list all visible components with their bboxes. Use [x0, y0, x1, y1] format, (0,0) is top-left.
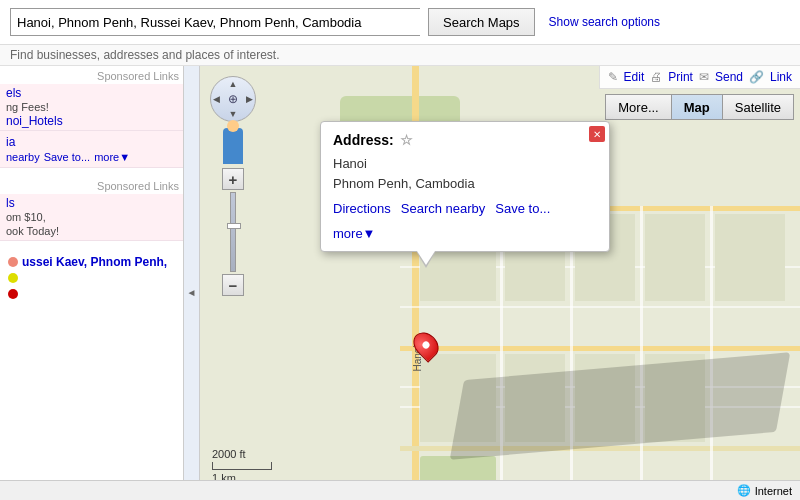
dot-red	[8, 289, 18, 299]
ad2-nearby-link[interactable]: nearby	[6, 151, 40, 163]
info-popup: ✕ Address: ☆ Hanoi Phnom Penh, Cambodia …	[320, 121, 610, 252]
scale-ft-label: 2000 ft	[212, 448, 272, 460]
pan-left-arrow[interactable]: ◀	[213, 94, 220, 104]
popup-tail-inner	[417, 251, 435, 265]
zoom-track[interactable]	[230, 192, 236, 272]
sidebar: ◄ Sponsored Links els ng Fees! noi_Hotel…	[0, 66, 200, 500]
ad2-title-link[interactable]: ia	[6, 135, 15, 149]
main-layout: ◄ Sponsored Links els ng Fees! noi_Hotel…	[0, 66, 800, 500]
ad1-line1: ng Fees!	[6, 101, 49, 113]
ad2-more-link[interactable]: more▼	[94, 151, 130, 163]
pan-right-arrow[interactable]: ▶	[246, 94, 253, 104]
road-v4	[640, 206, 643, 500]
map-view-buttons: More... Map Satellite	[606, 94, 794, 120]
zoom-thumb[interactable]	[227, 223, 241, 229]
dot-pink	[8, 257, 18, 267]
nav-controls: ▲ ▼ ◀ ▶ ⊕ + −	[210, 76, 256, 296]
link-link[interactable]: Link	[770, 70, 792, 84]
ad3-line2: ook Today!	[6, 225, 59, 237]
ad3-line1: om $10,	[6, 211, 46, 223]
sidebar-ad-1: els ng Fees! noi_Hotels	[0, 84, 199, 131]
globe-icon: 🌐	[737, 484, 751, 497]
zoom-out-button[interactable]: −	[222, 274, 244, 296]
pan-center: ⊕	[228, 92, 238, 106]
block4	[645, 214, 705, 301]
zoom-in-button[interactable]: +	[222, 168, 244, 190]
pegman[interactable]	[223, 128, 243, 164]
address-label: Address:	[333, 132, 394, 148]
road-h-minor2	[400, 306, 800, 308]
map-view-button[interactable]: Map	[671, 94, 723, 120]
pegman-head	[227, 120, 239, 132]
map-pin[interactable]	[415, 331, 437, 359]
more-link[interactable]: more▼	[333, 226, 376, 241]
show-search-options-link[interactable]: Show search options	[549, 15, 660, 29]
address-line2: Phnom Penh, Cambodia	[333, 174, 597, 194]
send-link[interactable]: Send	[715, 70, 743, 84]
popup-actions: Directions Search nearby Save to... more…	[333, 201, 597, 241]
ie-status-bar: 🌐 Internet	[0, 480, 800, 500]
print-link[interactable]: Print	[668, 70, 693, 84]
more-button[interactable]: More...	[605, 94, 671, 120]
road-h2	[400, 346, 800, 351]
print-icon: 🖨	[650, 70, 662, 84]
save-to-link[interactable]: Save to...	[495, 201, 550, 216]
zoom-control: + −	[210, 168, 256, 296]
road-v5	[710, 206, 713, 500]
internet-label: Internet	[755, 485, 792, 497]
star-icon[interactable]: ☆	[400, 132, 413, 148]
result-title-link[interactable]: ussei Kaev, Phnom Penh,	[22, 255, 167, 269]
ad1-hotel-link[interactable]: noi_Hotels	[6, 114, 63, 128]
sidebar-ad-3: ls om $10, ook Today!	[0, 194, 199, 241]
pan-control[interactable]: ▲ ▼ ◀ ▶ ⊕	[210, 76, 256, 122]
subheader: Find businesses, addresses and places of…	[0, 45, 800, 66]
ad2-save-link[interactable]: Save to...	[44, 151, 90, 163]
popup-title: Address: ☆	[333, 132, 597, 148]
pin-dot	[421, 340, 431, 350]
subheader-text: Find businesses, addresses and places of…	[10, 48, 279, 62]
popup-address: Hanoi Phnom Penh, Cambodia	[333, 154, 597, 193]
directions-link[interactable]: Directions	[333, 201, 391, 216]
address-line1: Hanoi	[333, 154, 597, 174]
search-input[interactable]	[10, 8, 420, 36]
popup-close-button[interactable]: ✕	[589, 126, 605, 142]
edit-icon: ✎	[608, 70, 618, 84]
map-container[interactable]: Hanoi Grand Phnom PenhInternational City…	[200, 66, 800, 500]
edit-link[interactable]: Edit	[624, 70, 645, 84]
ad3-title-link[interactable]: ls	[6, 196, 15, 210]
search-nearby-link[interactable]: Search nearby	[401, 201, 486, 216]
pan-down-arrow[interactable]: ▼	[229, 109, 238, 119]
header: Search Maps Show search options	[0, 0, 800, 45]
sidebar-ad-2: ia nearby Save to... more▼	[0, 131, 199, 168]
dot-yellow	[8, 273, 18, 283]
satellite-view-button[interactable]: Satellite	[722, 94, 794, 120]
sponsored-label-1: Sponsored Links	[0, 66, 199, 84]
block5	[715, 214, 785, 301]
link-icon: 🔗	[749, 70, 764, 84]
ad1-title-link[interactable]: els	[6, 86, 21, 100]
sidebar-collapse-btn[interactable]: ◄	[183, 66, 199, 500]
send-icon: ✉	[699, 70, 709, 84]
pan-up-arrow[interactable]: ▲	[229, 79, 238, 89]
scale-ft-line	[212, 462, 272, 470]
search-button[interactable]: Search Maps	[428, 8, 535, 36]
sponsored-label-2: Sponsored Links	[0, 176, 199, 194]
map-toolbar: ✎ Edit 🖨 Print ✉ Send 🔗 Link	[599, 66, 800, 89]
